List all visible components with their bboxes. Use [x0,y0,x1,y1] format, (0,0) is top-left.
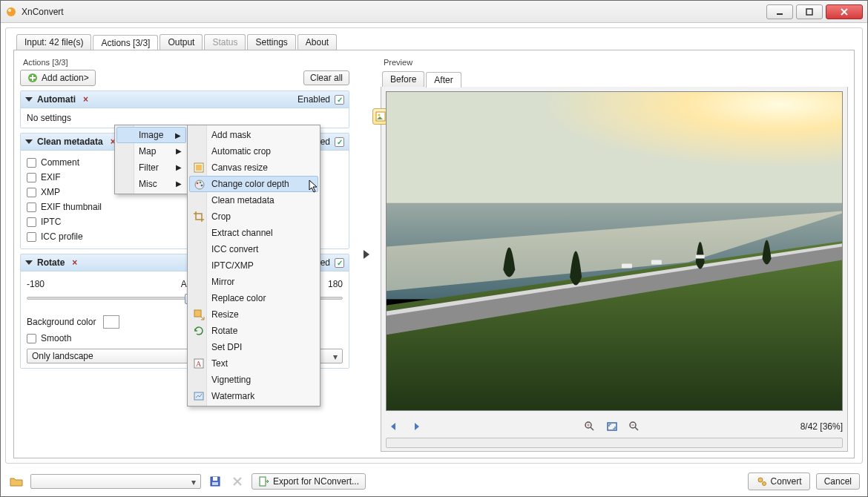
clear-all-button[interactable]: Clear all [303,70,349,85]
menu-canvas-resize-label: Canvas resize [211,162,268,173]
save-preset-button[interactable] [207,473,223,490]
action-rotate-enabled-checkbox[interactable] [335,258,344,268]
menu-replace-color[interactable]: Replace color [189,290,318,306]
action-clean-enabled-checkbox[interactable] [335,137,344,147]
menu-icc-convert[interactable]: ICC convert [189,241,318,257]
svg-point-30 [762,482,766,486]
next-image-button[interactable] [408,418,424,435]
picture-icon [375,111,386,122]
menu-cat-map[interactable]: Map▶ [116,143,186,159]
menu-clean-meta[interactable]: Clean metadata [189,192,318,208]
lbl-exif-thumb: EXIF thumbnail [41,202,102,212]
menu-icc-convert-label: ICC convert [211,244,258,254]
tab-about[interactable]: About [297,34,337,50]
submenu-arrow-icon: ▶ [176,180,182,188]
action-rotate-title: Rotate [37,257,65,268]
chk-exif-thumb[interactable] [27,203,36,212]
bg-color-swatch[interactable] [103,315,119,329]
prev-image-button[interactable] [386,418,402,435]
canvas-icon [193,162,205,174]
menu-cat-image[interactable]: Image▶ [116,127,186,143]
delete-preset-button[interactable] [229,473,246,490]
convert-label: Convert [771,476,802,487]
menu-resize-label: Resize [211,309,239,320]
menu-mirror[interactable]: Mirror [189,274,318,290]
tab-status[interactable]: Status [204,34,246,50]
resize-icon [193,309,205,320]
menu-text[interactable]: A Text [189,355,318,372]
menu-iptc-xmp[interactable]: IPTC/XMP [189,257,318,274]
action-auto-header[interactable]: Automati × Enabled [21,91,349,108]
actions-label: Actions [3/3] [23,58,349,67]
menu-iptc-xmp-label: IPTC/XMP [211,260,254,271]
menu-extract-channel[interactable]: Extract channel [189,225,318,241]
lbl-xmp: XMP [41,187,60,197]
arrow-left-icon [388,421,400,432]
zoom-out-button[interactable] [626,418,642,435]
tab-body: Actions [3/3] Add action> Clear all Auto… [13,50,855,458]
close-button[interactable] [826,4,863,19]
menu-watermark[interactable]: Watermark [189,388,318,404]
svg-rect-11 [696,254,705,258]
menu-vignetting-label: Vignetting [211,375,251,385]
menu-extract-channel-label: Extract channel [211,228,273,238]
palette-icon [194,179,206,191]
menu-vignetting[interactable]: Vignetting [189,372,318,388]
tab-actions[interactable]: Actions [3/3] [93,35,158,50]
zoom-fit-button[interactable] [604,418,620,435]
menu-canvas-resize[interactable]: Canvas resize [189,159,318,176]
svg-point-19 [200,182,202,184]
maximize-button[interactable] [796,4,823,19]
chevron-down-icon [25,97,33,102]
titlebar: XnConvert [1,1,867,23]
menu-rotate[interactable]: Rotate [189,323,318,339]
menu-crop[interactable]: Crop [189,208,318,225]
remove-action-icon[interactable]: × [83,94,88,105]
tab-before[interactable]: Before [382,71,424,87]
preview-scrollbar[interactable] [386,438,843,448]
svg-rect-16 [196,165,202,171]
tab-after[interactable]: After [426,72,461,88]
convert-button[interactable]: Convert [748,473,810,490]
tab-settings[interactable]: Settings [247,34,295,50]
main-tabstrip: Input: 42 file(s) Actions [3/3] Output S… [13,34,855,50]
chk-xmp[interactable] [27,188,36,197]
image-submenu: Add mask Automatic crop Canvas resize Ch… [187,125,320,407]
menu-add-mask-label: Add mask [211,130,251,140]
remove-action-icon[interactable]: × [72,257,77,268]
menu-cat-filter[interactable]: Filter▶ [116,159,186,176]
chk-comment[interactable] [27,158,36,168]
preview-controls: 8/42 [36%] [381,415,847,438]
zoom-in-icon [584,421,596,432]
tab-output[interactable]: Output [160,34,203,50]
svg-rect-3 [806,9,812,15]
chk-exif[interactable] [27,173,36,182]
chk-icc[interactable] [27,232,36,242]
minimize-button[interactable] [766,4,793,19]
cancel-button[interactable]: Cancel [816,473,860,490]
menu-set-dpi-label: Set DPI [211,342,242,352]
menu-add-mask[interactable]: Add mask [189,127,318,143]
chk-smooth[interactable] [27,334,36,343]
zoom-out-icon [628,421,640,432]
lbl-iptc: IPTC [41,217,61,227]
menu-auto-crop[interactable]: Automatic crop [189,143,318,159]
svg-point-29 [758,478,763,482]
menu-change-depth[interactable]: Change color depth [189,176,318,192]
action-clean-title: Clean metadata [37,136,103,147]
menu-cat-misc[interactable]: Misc▶ [116,176,186,192]
tab-input[interactable]: Input: 42 file(s) [16,34,91,50]
action-auto-enabled-checkbox[interactable] [335,95,344,105]
delete-icon [232,476,243,487]
add-action-button[interactable]: Add action> [20,70,96,86]
svg-rect-21 [194,310,201,317]
chk-iptc[interactable] [27,217,36,227]
open-preset-button[interactable] [8,473,24,490]
menu-resize[interactable]: Resize [189,306,318,323]
menu-auto-crop-label: Automatic crop [211,146,271,157]
menu-set-dpi[interactable]: Set DPI [189,339,318,355]
zoom-in-button[interactable] [582,418,598,435]
preview-tabstrip: Before After [382,71,848,87]
preset-select[interactable] [30,474,201,489]
export-nconvert-button[interactable]: Export for NConvert... [251,473,366,490]
